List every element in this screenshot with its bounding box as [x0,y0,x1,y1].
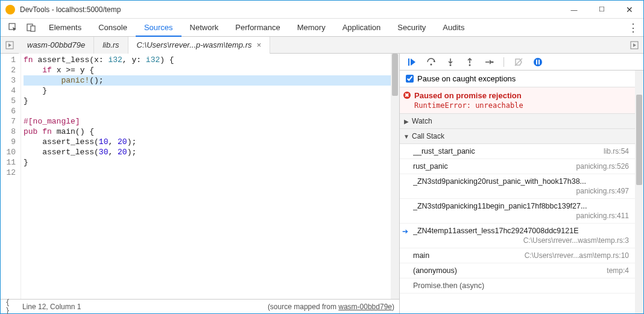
line-number[interactable]: 11 [1,157,16,168]
code-line[interactable]: } [24,96,399,106]
maximize-button[interactable]: ☐ [588,1,616,19]
code-line[interactable]: } [24,157,399,168]
error-icon: ✖ [403,92,411,99]
inspect-element-icon[interactable] [7,21,20,34]
frame-location[interactable]: temp:4 [607,266,629,275]
code-line[interactable] [24,106,399,116]
chevron-down-icon: ▼ [403,133,409,140]
line-number[interactable]: 6 [1,106,16,116]
frame-location[interactable]: C:\Users\rrever...asm\temp.rs:10 [525,251,629,260]
frame-location[interactable]: C:\Users\rrever...wasm\temp.rs:3 [413,236,629,245]
frame-function: _ZN3std9panicking11begin_panic17hf8bbc13… [413,202,629,210]
stack-frame[interactable]: (anonymous)temp:4 [400,263,635,278]
code-line[interactable]: assert_less(30, 20); [24,147,399,157]
device-toggle-icon[interactable] [25,21,38,34]
close-button[interactable]: ✕ [616,1,643,19]
code-line[interactable]: pub fn main() { [24,127,399,137]
code-line[interactable]: #[no_mangle] [24,116,399,127]
watch-section-header[interactable]: ▶ Watch [400,114,635,129]
code-line[interactable]: panic!(); [24,75,399,86]
main-tab-sources[interactable]: Sources [136,19,182,37]
more-options-icon[interactable]: ⋮ [627,21,640,34]
callstack-section-header[interactable]: ▼ Call Stack [400,129,635,144]
main-tabs: ElementsConsoleSourcesNetworkPerformance… [40,19,473,37]
code-line[interactable]: } [24,86,399,96]
frame-function: main [413,251,519,260]
code-line[interactable] [24,168,399,178]
step-out-icon[interactable] [464,56,476,68]
stack-frame[interactable]: rust_panicpanicking.rs:526 [400,159,635,174]
line-number[interactable]: 4 [1,86,16,96]
step-over-icon[interactable] [425,56,437,68]
source-map-link[interactable]: wasm-00bbd79e [338,303,392,311]
line-number[interactable]: 12 [1,168,16,178]
code-line[interactable]: fn assert_less(x: i32, y: i32) { [24,55,399,65]
minimize-button[interactable]: — [560,1,588,19]
code-line[interactable]: assert_less(10, 20); [24,137,399,147]
pause-exceptions-icon[interactable] [532,56,544,68]
main-tab-network[interactable]: Network [182,19,227,37]
line-number[interactable]: 10 [1,147,16,157]
async-boundary: Promise.then (async) [400,278,635,294]
stack-frame[interactable]: __rust_start_paniclib.rs:54 [400,144,635,159]
code-editor[interactable]: 123456789101112 fn assert_less(x: i32, y… [1,54,399,299]
file-tab-label: C:\Users\rrever...p-wasm\temp.rs [137,40,252,49]
window-controls: — ☐ ✕ [560,1,643,19]
title-bar: DevTools - localhost:5000/temp — ☐ ✕ [1,1,643,19]
stack-frame[interactable]: ➔_ZN4temp11assert_less17hc29247008ddc912… [400,224,635,248]
svg-point-9 [534,58,542,66]
main-tab-elements[interactable]: Elements [40,19,90,37]
frame-function: rust_panic [413,162,570,171]
main-tab-security[interactable]: Security [389,19,434,37]
paused-message: ✖ Paused on promise rejection RuntimeErr… [400,87,635,114]
frame-location[interactable]: panicking.rs:497 [413,187,629,195]
line-number[interactable]: 8 [1,127,16,137]
file-tab[interactable]: wasm-00bbd79e [19,37,94,54]
line-number[interactable]: 2 [1,65,16,75]
frame-location[interactable]: lib.rs:54 [604,147,629,155]
line-number[interactable]: 9 [1,137,16,147]
step-into-icon[interactable] [444,56,456,68]
pause-on-caught-checkbox[interactable] [406,75,414,83]
main-tab-performance[interactable]: Performance [227,19,288,37]
resume-icon[interactable] [406,56,418,68]
line-number[interactable]: 7 [1,116,16,127]
step-icon[interactable] [483,56,495,68]
stack-frame[interactable]: _ZN3std9panicking20rust_panic_with_hook1… [400,174,635,199]
pause-on-caught-row[interactable]: Pause on caught exceptions [400,71,635,87]
stack-frame[interactable]: mainC:\Users\rrever...asm\temp.rs:10 [400,248,635,263]
line-number[interactable]: 3 [1,75,16,86]
frame-function: _ZN3std9panicking20rust_panic_with_hook1… [413,177,629,186]
pretty-print-icon[interactable]: { } [5,298,16,315]
frame-function: __rust_start_panic [413,147,598,155]
source-map-info: (source mapped from wasm-00bbd79e) [268,303,394,311]
editor-scrollbar[interactable] [391,54,399,299]
cursor-position: Line 12, Column 1 [22,303,81,311]
code-body[interactable]: fn assert_less(x: i32, y: i32) { if x >=… [21,54,399,299]
file-tab[interactable]: lib.rs [94,37,128,54]
code-line[interactable]: if x >= y { [24,65,399,75]
frame-location[interactable]: panicking.rs:411 [413,212,629,220]
deactivate-breakpoints-icon[interactable] [513,56,525,68]
main-tab-memory[interactable]: Memory [289,19,334,37]
run-snippet-icon[interactable] [3,39,16,52]
main-tab-console[interactable]: Console [90,19,136,37]
close-tab-icon[interactable]: × [257,40,262,49]
stack-frame[interactable]: _ZN3std9panicking11begin_panic17hf8bbc13… [400,199,635,224]
line-number[interactable]: 1 [1,55,16,65]
pause-on-caught-label: Pause on caught exceptions [417,74,516,83]
file-tab-label: wasm-00bbd79e [27,40,85,49]
more-tabs-icon[interactable] [628,39,641,52]
paused-title: Paused on promise rejection [414,91,629,100]
editor-pane: 123456789101112 fn assert_less(x: i32, y… [1,54,400,313]
debugger-scrollbar[interactable] [635,71,643,313]
file-tab[interactable]: C:\Users\rrever...p-wasm\temp.rs× [128,37,271,54]
main-tab-audits[interactable]: Audits [434,19,473,37]
main-tab-bar: ElementsConsoleSourcesNetworkPerformance… [1,19,643,37]
frame-location[interactable]: panicking.rs:526 [576,162,629,171]
svg-rect-10 [536,60,537,64]
main-tab-application[interactable]: Application [334,19,390,37]
line-number[interactable]: 5 [1,96,16,106]
svg-point-5 [431,63,432,65]
call-stack-list: __rust_start_paniclib.rs:54rust_panicpan… [400,144,635,278]
